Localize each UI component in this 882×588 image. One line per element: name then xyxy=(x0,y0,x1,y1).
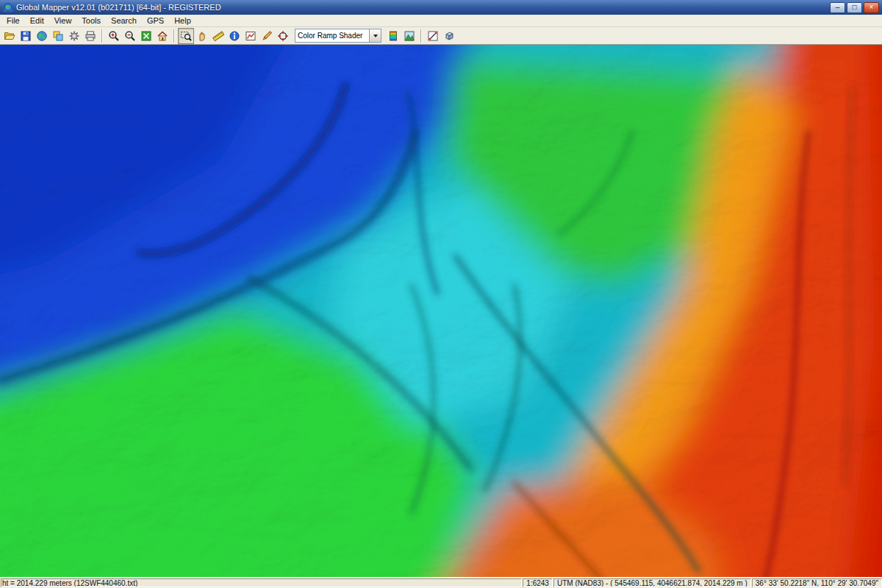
configuration-button[interactable] xyxy=(66,28,82,44)
maximize-button[interactable]: □ xyxy=(847,2,862,13)
coordinates-button[interactable] xyxy=(275,28,291,44)
status-position: 36° 33' 50.2218" N, 110° 29' 30.7049" xyxy=(752,578,882,587)
full-view-button[interactable] xyxy=(138,28,154,44)
toolbar-separator xyxy=(101,29,103,43)
printer-icon xyxy=(85,30,96,42)
app-icon xyxy=(3,2,13,12)
ruler-icon xyxy=(212,30,224,42)
line-endpoints-icon xyxy=(427,30,439,42)
menu-edit[interactable]: Edit xyxy=(25,15,49,26)
menu-bar: File Edit View Tools Search GPS Help xyxy=(0,15,882,27)
overlay-control-center-button[interactable] xyxy=(50,28,66,44)
open-folder-icon xyxy=(4,30,15,42)
home-icon xyxy=(157,30,168,42)
cube-3d-icon xyxy=(443,30,455,42)
shader-select[interactable]: Color Ramp Shader xyxy=(295,29,381,43)
chart-icon xyxy=(245,30,257,42)
info-icon xyxy=(229,30,240,42)
pan-button[interactable] xyxy=(194,28,210,44)
map-canvas[interactable] xyxy=(0,45,882,577)
color-ramp-icon xyxy=(387,30,399,42)
status-projection: UTM (NAD83) - ( 545469.115, 4046621.874,… xyxy=(553,578,751,587)
fly-through-button[interactable] xyxy=(441,28,457,44)
status-scale: 1:6243 xyxy=(523,578,553,587)
terrain-hillshade-image xyxy=(0,45,882,577)
feature-info-button[interactable] xyxy=(226,28,243,44)
save-icon xyxy=(20,30,32,42)
menu-gps[interactable]: GPS xyxy=(142,15,169,26)
status-bar: ht = 2014.229 meters (12SWF440460.txt) 1… xyxy=(0,577,882,588)
digitizer-button[interactable] xyxy=(259,28,275,44)
title-bar: Global Mapper v12.01 (b021711) [64-bit] … xyxy=(0,0,882,15)
path-profile-button[interactable] xyxy=(243,28,259,44)
zoom-out-icon xyxy=(124,30,136,42)
app-window: Global Mapper v12.01 (b021711) [64-bit] … xyxy=(0,0,882,588)
zoom-out-button[interactable] xyxy=(122,28,138,44)
pencil-icon xyxy=(261,30,273,42)
online-data-button[interactable] xyxy=(34,28,50,44)
mountains-icon xyxy=(404,30,415,42)
zoom-tool-button[interactable] xyxy=(178,28,194,44)
shader-options-button[interactable] xyxy=(385,28,401,44)
toolbar-separator xyxy=(173,29,175,43)
chevron-down-icon xyxy=(373,35,378,37)
save-workspace-button[interactable] xyxy=(18,28,34,44)
toolbar: Color Ramp Shader xyxy=(0,27,882,45)
profile-line-button[interactable] xyxy=(425,28,441,44)
layers-icon xyxy=(52,30,64,42)
menu-view[interactable]: View xyxy=(49,15,77,26)
open-data-button[interactable] xyxy=(1,28,18,44)
menu-help[interactable]: Help xyxy=(169,15,196,26)
close-button[interactable]: × xyxy=(864,2,879,13)
status-elevation: ht = 2014.229 meters (12SWF440460.txt) xyxy=(1,578,522,587)
menu-tools[interactable]: Tools xyxy=(76,15,106,26)
zoom-rect-icon xyxy=(180,30,192,42)
window-title: Global Mapper v12.01 (b021711) [64-bit] … xyxy=(16,3,827,12)
full-extent-icon xyxy=(140,30,152,42)
menu-search[interactable]: Search xyxy=(106,15,142,26)
zoom-in-button[interactable] xyxy=(106,28,122,44)
globe-icon xyxy=(36,30,48,42)
menu-file[interactable]: File xyxy=(1,15,25,26)
print-button[interactable] xyxy=(82,28,98,44)
zoom-previous-button[interactable] xyxy=(154,28,171,44)
minimize-button[interactable]: – xyxy=(830,2,845,13)
toolbar-separator xyxy=(420,29,422,43)
hand-icon xyxy=(196,30,208,42)
shader-select-dropdown-button[interactable] xyxy=(369,29,381,42)
zoom-in-icon xyxy=(108,30,120,42)
gear-icon xyxy=(68,30,80,42)
crosshair-icon xyxy=(277,30,289,42)
measure-button[interactable] xyxy=(210,28,226,44)
view-3d-button[interactable] xyxy=(401,28,417,44)
shader-select-value: Color Ramp Shader xyxy=(295,32,369,40)
